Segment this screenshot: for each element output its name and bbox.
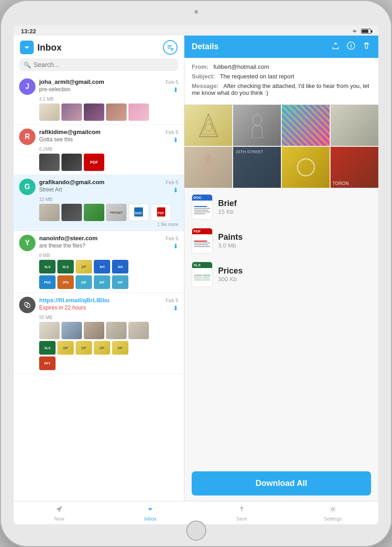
email-meta-2: rafikidime@gmailcom Feb 5 Gotta see this…: [39, 129, 178, 144]
email-meta-3: grafikando@gmail.com Feb 5 Street Art ⬇: [39, 179, 178, 194]
email-subject-4: are these the files?: [39, 243, 85, 249]
badge-png-1: PNG: [39, 275, 56, 289]
file-item-prices[interactable]: XLS: [192, 259, 371, 290]
search-input[interactable]: [34, 61, 174, 68]
nav-item-sent[interactable]: Sent: [224, 505, 260, 521]
thumb-12: [39, 322, 60, 339]
inbox-nav-icon: [146, 505, 154, 515]
nav-item-new[interactable]: New: [41, 505, 77, 521]
email-item-5[interactable]: https://fil.email/qBrLIBbu Feb 5 Expires…: [14, 293, 184, 374]
file-info-prices: Prices 300 Kb: [218, 266, 243, 283]
email-item-3[interactable]: G grafikando@gmail.com Feb 5 Street Art …: [14, 175, 184, 231]
image-1[interactable]: [184, 105, 232, 146]
badge-jpg-1: JPG: [57, 275, 74, 289]
image-5[interactable]: [184, 147, 232, 188]
email-from-4: nanoinfo@steer.com: [39, 235, 97, 242]
avatar-1: J: [19, 78, 36, 95]
badge-xls-l1: XLS: [39, 341, 56, 355]
screen: 13:22: [14, 25, 378, 524]
email-size-1: 4.1 MB: [39, 97, 178, 102]
email-subject-5: Expires in 22 hours: [39, 304, 86, 311]
download-arrow-4[interactable]: ⬇: [173, 243, 178, 250]
status-icons: [351, 28, 371, 35]
email-from-3: grafikando@gmail.com: [39, 179, 104, 186]
email-item-2[interactable]: R rafikidime@gmailcom Feb 5 Gotta see th…: [14, 125, 184, 175]
nav-label-sent: Sent: [236, 516, 247, 521]
gear-icon: [329, 505, 337, 515]
inbox-panel: Inbox 🔍: [14, 36, 184, 501]
thumb-3: [84, 103, 104, 121]
svg-rect-2: [168, 45, 172, 46]
svg-point-6: [205, 124, 212, 131]
inbox-title-row: Inbox: [20, 41, 61, 54]
thumb-pdf-2: PDF: [151, 204, 171, 221]
attachments-row-5: [39, 322, 178, 339]
badge-gif-3: GIF: [112, 275, 128, 289]
image-4[interactable]: [331, 105, 378, 146]
inbox-header: Inbox: [14, 36, 184, 58]
download-arrow-2[interactable]: ⬇: [173, 136, 178, 144]
file-item-brief[interactable]: DOC: [192, 191, 371, 222]
file-more-3: 1 file more: [39, 222, 178, 227]
file-item-paints[interactable]: PDF Paints: [192, 225, 371, 256]
thumb-pdf-1: PDF: [84, 154, 104, 171]
badge-zip-l3: ZIP: [94, 341, 110, 355]
doc-icon-brief: DOC: [192, 194, 213, 220]
thumb-14: [84, 322, 104, 339]
from-value: fulibert@hotmail.com: [214, 63, 269, 70]
info-button[interactable]: [346, 41, 356, 52]
avatar-2: R: [19, 129, 36, 145]
detail-body: From: fulibert@hotmail.com Subject: The …: [184, 58, 378, 105]
badge-avi-1: AVI: [94, 260, 110, 274]
thumb-11: FRONT: [106, 204, 127, 221]
detail-panel: Details: [184, 36, 378, 501]
file-name-paints: Paints: [218, 232, 243, 242]
image-3[interactable]: [282, 105, 330, 146]
image-7[interactable]: [282, 147, 330, 188]
nav-item-inbox[interactable]: Inbox: [132, 505, 168, 521]
compose-button[interactable]: [163, 40, 178, 55]
image-grid: 25TH STREET TORON: [184, 105, 378, 188]
image-2[interactable]: [233, 105, 281, 146]
file-info-paints: Paints 3.0 Mb: [218, 232, 243, 249]
thumb-16: [128, 322, 149, 339]
svg-rect-0: [168, 46, 171, 47]
image-8[interactable]: TORON: [331, 147, 378, 188]
image-6[interactable]: 25TH STREET: [233, 147, 281, 188]
share-button[interactable]: [331, 41, 340, 52]
email-item-1[interactable]: J joha_armit@gmail.com Feb 5 pre-selecti…: [14, 75, 184, 125]
email-from-1: joha_armit@gmail.com: [39, 78, 104, 85]
detail-message: Message: After checking the attached, I'…: [192, 83, 371, 96]
detail-actions: [331, 41, 371, 52]
email-meta-5: https://fil.email/qBrLIBbu Feb 5 Expires…: [39, 297, 178, 312]
send-icon: [55, 505, 63, 515]
avatar-5: [19, 297, 36, 313]
tablet-camera: [194, 10, 198, 14]
thumb-7: [61, 154, 82, 171]
download-arrow-3[interactable]: ⬇: [173, 186, 178, 194]
nav-item-settings[interactable]: Settings: [315, 505, 351, 521]
attachments-row-2: PDF: [39, 154, 178, 171]
tablet-home-button[interactable]: [186, 521, 206, 541]
download-arrow-5[interactable]: ⬇: [173, 304, 178, 312]
status-bar: 13:22: [14, 25, 378, 36]
download-all-button[interactable]: Download All: [192, 471, 371, 495]
download-arrow-1[interactable]: ⬇: [173, 86, 178, 93]
email-size-4: 8 MB: [39, 253, 178, 258]
file-size-paints: 3.0 Mb: [218, 242, 243, 249]
message-label: Message:: [192, 83, 219, 89]
file-info-brief: Brief 15 Kb: [218, 199, 237, 215]
email-meta-1: joha_armit@gmail.com Feb 5 pre-selection…: [39, 78, 178, 93]
email-size-3: 10 MB: [39, 197, 178, 202]
svg-point-8: [205, 155, 212, 164]
sent-icon: [238, 505, 246, 515]
email-list: J joha_armit@gmail.com Feb 5 pre-selecti…: [14, 75, 184, 501]
search-bar[interactable]: 🔍: [19, 58, 178, 71]
email-subject-3: Street Art: [39, 186, 62, 193]
delete-button[interactable]: [362, 41, 371, 52]
thumb-6: [39, 154, 60, 171]
detail-from: From: fulibert@hotmail.com: [192, 63, 371, 70]
email-subject-1: pre-selection: [39, 86, 71, 93]
email-item-4[interactable]: Y nanoinfo@steer.com Feb 5 are these the…: [14, 231, 184, 293]
file-name-brief: Brief: [218, 199, 237, 208]
